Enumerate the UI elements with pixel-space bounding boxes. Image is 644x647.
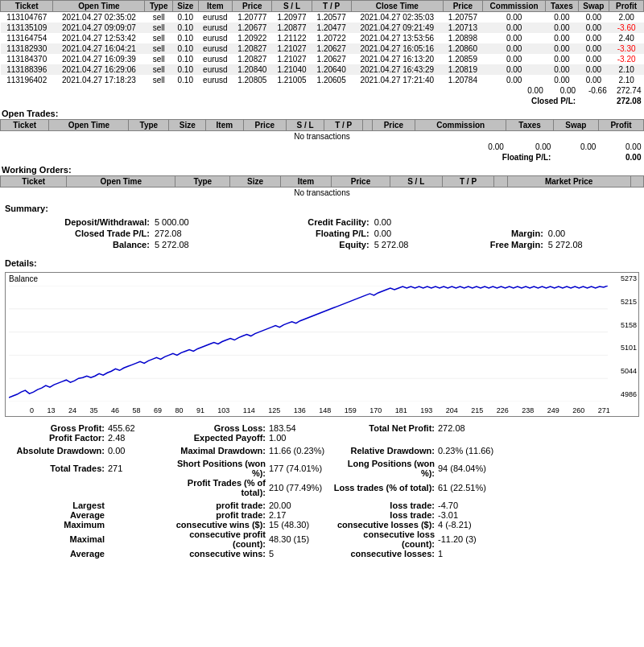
open-col-sl: S / L: [286, 120, 324, 131]
y-label-5044: 5044: [621, 367, 637, 375]
gross-loss-label: Gross Loss:: [164, 423, 269, 433]
x-193: 193: [420, 406, 432, 414]
statistics-section: Gross Profit: 455.62 Gross Loss: 183.54 …: [0, 422, 644, 560]
summary-section: Summary: Deposit/Withdrawal: 5 000.00 Cr…: [0, 198, 644, 254]
summary-row3: Balance: 5 272.08 Equity: 5 272.08 Free …: [5, 240, 639, 249]
x-238: 238: [522, 406, 534, 414]
closed-pl-label: Closed P/L:: [1, 96, 579, 106]
summary-row2: Closed Trade P/L: 272.08 Floating P/L: 0…: [5, 229, 639, 238]
consec-wins-value: 15 (48.30): [269, 520, 333, 530]
closed-trades-table: Ticket Open Time Type Size Item Price S …: [0, 0, 644, 106]
wo-col-type: Type: [175, 176, 230, 188]
x-249: 249: [547, 406, 559, 414]
x-136: 136: [294, 406, 306, 414]
col-swap: Swap: [578, 1, 609, 12]
open-trades-label: Open Trades:: [0, 106, 644, 119]
stats-row1: Gross Profit: 455.62 Gross Loss: 183.54 …: [3, 423, 641, 433]
col-open-time: Open Time: [53, 1, 145, 12]
stats-row3: Absolute Drawdown: 0.00 Maximal Drawdown…: [3, 446, 641, 455]
wo-col-extra: [630, 176, 643, 188]
totals-row: 0.00 0.00 -0.66 272.74: [1, 85, 644, 96]
wo-col-open-time: Open Time: [67, 176, 175, 188]
x-260: 260: [572, 406, 584, 414]
x-215: 215: [471, 406, 483, 414]
open-total-commission: 0.00: [415, 142, 506, 152]
open-col-type: Type: [129, 120, 169, 131]
summary-floating-pl-label: Floating P/L:: [247, 229, 373, 238]
floating-pl-value: 0.00: [553, 152, 643, 163]
summary-label: Summary:: [3, 201, 641, 214]
total-trades-value: 271: [108, 459, 164, 478]
wo-col-tp: T / P: [442, 176, 494, 188]
x-46: 46: [111, 406, 119, 414]
details-label: Details:: [3, 256, 641, 269]
x-114: 114: [243, 406, 255, 414]
avg-loss-trade-value: -3.01: [438, 510, 641, 520]
average2-label: Average: [3, 549, 108, 558]
col-tp: T / P: [312, 1, 351, 12]
table-row: 1131351092021.04.27 09:09:07sell0.10euru…: [1, 23, 644, 33]
long-pos-label: Long Positions (won %):: [333, 459, 438, 478]
balance-line: [9, 286, 608, 398]
x-24: 24: [68, 406, 76, 414]
consec-losses-value: 4 (-8.21): [438, 520, 641, 530]
wo-col-item: Item: [280, 176, 332, 188]
working-orders-label: Working Orders:: [0, 163, 644, 175]
x-271: 271: [598, 406, 610, 414]
open-col-open-time: Open Time: [49, 120, 129, 131]
open-trades-table: Ticket Open Time Type Size Item Price S …: [0, 119, 644, 163]
stats-row5: Profit Trades (% of total): 210 (77.49%)…: [3, 478, 641, 497]
profit-trades-value: 210 (77.49%): [269, 478, 333, 497]
profit-factor-value: 2.48: [108, 433, 164, 443]
open-col-item: Item: [206, 120, 244, 131]
wo-col-ticket: Ticket: [1, 176, 67, 188]
profit-factor-label: Profit Factor:: [3, 433, 108, 443]
closed-trade-pl-value: 272.08: [155, 229, 246, 238]
y-label-5158: 5158: [621, 321, 637, 329]
chart-x-axis: 0 13 24 35 46 58 69 80 91 103 114 125 13…: [30, 406, 610, 414]
open-total-profit: 0.00: [598, 142, 643, 152]
total-trades-label: Total Trades:: [3, 459, 108, 478]
closed-trade-pl-label: Closed Trade P/L:: [5, 229, 153, 238]
col-close-time: Close Time: [351, 1, 443, 12]
consec-profit-value: 48.30 (15): [269, 530, 333, 549]
free-margin-label: Free Margin:: [456, 240, 547, 249]
floating-pl-label: Floating P/L:: [1, 152, 554, 163]
col-item: Item: [198, 1, 233, 12]
open-col-ticket: Ticket: [1, 120, 49, 131]
average-label: Average: [3, 510, 108, 520]
long-pos-value: 94 (84.04%): [438, 459, 641, 478]
no-transactions-text: No transactions: [1, 131, 644, 142]
total-net-profit-label: Total Net Profit:: [333, 423, 438, 433]
chart-container: Balance 5273 5215 5158 5101 5044 4986 0 …: [5, 272, 639, 417]
open-col-tp: T / P: [324, 120, 363, 131]
y-label-4986: 4986: [621, 390, 637, 398]
balance-label: Balance:: [5, 240, 153, 249]
loss-trades-label: Loss trades (% of total):: [333, 478, 438, 497]
margin-label: Margin:: [456, 229, 547, 238]
avg-loss-trade-label: loss trade:: [333, 510, 438, 520]
deposit-value: 5 000.00: [155, 217, 246, 227]
maximum-label: Maximum: [3, 520, 108, 530]
stats-row6: Largest profit trade: 20.00 loss trade: …: [3, 501, 641, 510]
largest-label: Largest: [3, 501, 108, 510]
wo-col-size: Size: [230, 176, 280, 188]
stats-row8: Maximum consecutive wins ($): 15 (48.30)…: [3, 520, 641, 530]
x-170: 170: [369, 406, 382, 414]
total-net-profit-value: 272.08: [438, 423, 641, 433]
expected-payoff-label: Expected Payoff:: [164, 433, 269, 443]
equity-value: 5 272.08: [374, 240, 454, 249]
col-taxes: Taxes: [546, 1, 578, 12]
col-sl: S / L: [272, 1, 312, 12]
y-label-5101: 5101: [621, 344, 637, 352]
x-69: 69: [154, 406, 162, 414]
profit-trade-label: profit trade:: [164, 501, 269, 510]
col-profit: Profit: [609, 1, 644, 12]
x-103: 103: [217, 406, 229, 414]
wo-col-spacer: [494, 176, 507, 188]
open-col-swap: Swap: [553, 120, 598, 131]
wo-col-price: Price: [332, 176, 390, 188]
avg-consec-losses-label: consecutive losses:: [333, 549, 438, 558]
floating-pl-row: Floating P/L: 0.00: [1, 152, 644, 163]
consec-wins-label: consecutive wins ($):: [164, 520, 269, 530]
